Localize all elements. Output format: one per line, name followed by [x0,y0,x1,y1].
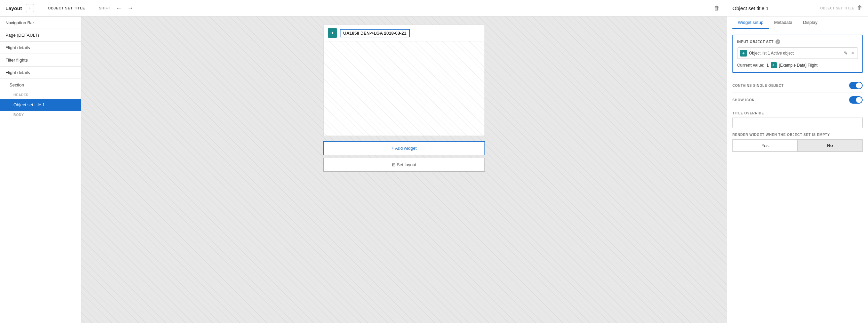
sidebar-item-filter-flights[interactable]: Filter flights [0,54,81,66]
sidebar-item-navigation-bar[interactable]: Navigation Bar [0,17,81,29]
right-panel-title: Object set title 1 [733,5,815,11]
current-value-num: 1 [766,63,769,68]
right-panel-subtitle: OBJECT SET TITLE [820,6,854,10]
layout-label: Layout [5,5,22,11]
contains-single-object-row: CONTAINS SINGLE OBJECT [733,78,863,93]
widget-body [324,41,485,136]
object-list-row: ✈ Object list 1 Active object ✎ × [737,47,858,59]
title-override-section: TITLE OVERRIDE [733,111,863,128]
current-value-row: Current value: 1 ✈ [Example Data] Flight [737,59,858,68]
widget-icon: ✈ [328,28,337,38]
tab-display[interactable]: Display [798,17,823,29]
right-panel: Widget setup Metadata Display INPUT OBJE… [727,17,868,323]
render-widget-section: RENDER WIDGET WHEN THE OBJECT SET IS EMP… [733,133,863,152]
input-object-set-label: INPUT OBJECT SET [737,40,773,44]
object-list-icon: ✈ [740,50,747,57]
shift-right-button[interactable]: → [126,4,134,12]
contains-single-object-toggle[interactable] [849,82,863,89]
title-override-label: TITLE OVERRIDE [733,111,863,115]
edit-object-list-button[interactable]: ✎ [843,50,848,57]
remove-object-list-button[interactable]: × [850,50,855,57]
sidebar-item-page[interactable]: Page (DEFAULT) [0,29,81,41]
shift-label: SHIFT [99,6,110,10]
right-panel-trash-button[interactable]: 🗑 [857,5,863,11]
add-widget-area: + Add widget ⊞ Set layout [323,141,485,171]
cv-text: [Example Data] Flight [779,63,817,68]
show-icon-toggle[interactable] [849,96,863,104]
sidebar-item-section[interactable]: Section [0,79,81,91]
yes-no-row: Yes No [733,139,863,152]
sidebar-label-body: BODY [0,111,81,119]
sidebar-item-object-set-title[interactable]: Object set title 1 [0,99,81,111]
tab-widget-setup[interactable]: Widget setup [733,17,769,29]
add-widget-button[interactable]: + Add widget [323,141,485,155]
object-set-title-label: OBJECT SET TITLE [48,6,85,10]
cv-icon: ✈ [771,62,777,68]
title-override-input[interactable] [733,117,863,128]
render-no-button[interactable]: No [797,139,863,152]
canvas-area: ✈ UA1858 DEN->LGA 2018-03-21 + Add widge… [82,17,727,323]
current-value-label: Current value: [737,63,764,68]
widget-title: UA1858 DEN->LGA 2018-03-21 [340,29,410,37]
show-icon-label: SHOW ICON [733,98,755,102]
render-yes-button[interactable]: Yes [733,139,797,152]
info-icon[interactable]: ? [775,39,780,44]
add-layout-button[interactable]: + [26,4,34,12]
widget-card: ✈ UA1858 DEN->LGA 2018-03-21 [323,25,485,136]
shift-left-button[interactable]: ← [114,4,123,12]
show-icon-row: SHOW ICON [733,93,863,107]
contains-single-object-label: CONTAINS SINGLE OBJECT [733,84,783,88]
input-object-set-section: INPUT OBJECT SET ? ✈ Object list 1 Activ… [733,35,863,73]
tabs-row: Widget setup Metadata Display [727,17,868,29]
sidebar-item-flight-details-1[interactable]: Flight details [0,41,81,54]
sidebar-item-flight-details-2[interactable]: Flight details [0,66,81,79]
widget-setup-panel: INPUT OBJECT SET ? ✈ Object list 1 Activ… [727,29,868,157]
set-layout-button[interactable]: ⊞ Set layout [323,158,485,171]
sidebar-label-header: HEADER [0,91,81,99]
render-widget-label: RENDER WIDGET WHEN THE OBJECT SET IS EMP… [733,133,863,137]
sidebar: Navigation Bar Page (DEFAULT) Flight det… [0,17,82,323]
tab-metadata[interactable]: Metadata [769,17,798,29]
object-list-text: Object list 1 Active object [749,51,841,56]
header-trash-button[interactable]: 🗑 [713,3,721,13]
